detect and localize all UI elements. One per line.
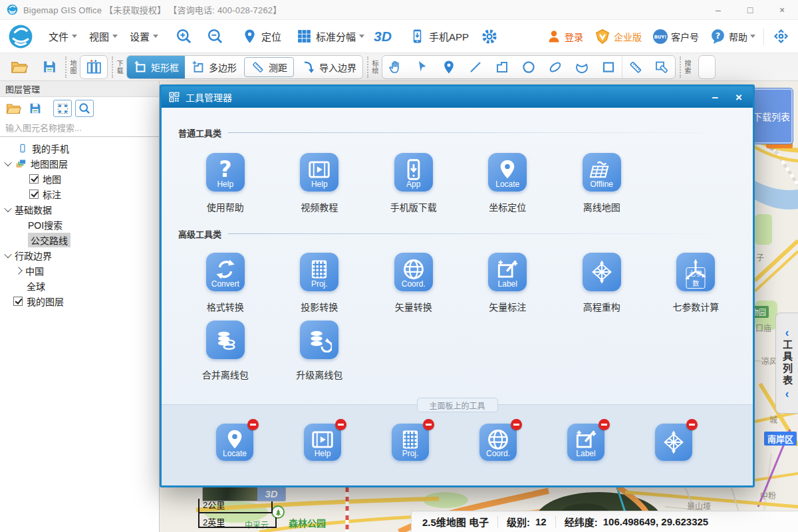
- chevron-down-icon[interactable]: [4, 250, 11, 257]
- tool-video-tutorial[interactable]: Help 视频教程: [273, 153, 367, 213]
- tool-coordinate-locate[interactable]: Locate 坐标定位: [461, 153, 555, 213]
- draw-polygon-button[interactable]: [489, 56, 515, 78]
- tree-item-bus-routes[interactable]: 公交路线: [0, 232, 159, 247]
- vector-label-tile[interactable]: Label: [488, 253, 527, 291]
- panel-coord-tile[interactable]: Coord.: [479, 424, 517, 461]
- chevron-down-icon[interactable]: [4, 158, 11, 166]
- menu-file[interactable]: 文件: [43, 25, 83, 48]
- video-tutorial-tile[interactable]: Help: [300, 153, 338, 192]
- menu-view[interactable]: 视图: [83, 25, 124, 48]
- vector-convert-tile[interactable]: Coord.: [394, 253, 433, 291]
- dialog-close-button[interactable]: ×: [735, 92, 742, 103]
- draw-circle-button[interactable]: [515, 56, 542, 78]
- draw-line-button[interactable]: [462, 56, 489, 78]
- tree-item-my-layers[interactable]: 我的图层: [0, 293, 159, 309]
- panel-tool-coord[interactable]: Coord.: [454, 424, 542, 461]
- panel-tool-label[interactable]: Label: [542, 424, 630, 461]
- help-label[interactable]: 帮助: [729, 30, 747, 43]
- tool-upgrade-offline[interactable]: 升级离线包: [273, 321, 367, 381]
- menu-settings[interactable]: 设置: [124, 25, 164, 48]
- tree-item-admin-boundary[interactable]: 行政边界: [0, 247, 159, 263]
- rect-frame-button[interactable]: 矩形框: [127, 56, 185, 78]
- draw-arc-button[interactable]: [569, 56, 595, 78]
- panel-label-tile[interactable]: Label: [567, 424, 604, 461]
- tool-offline-map[interactable]: Offline 离线地图: [555, 153, 649, 213]
- mobile-app-label[interactable]: 手机APP: [429, 29, 469, 43]
- layer-save-button[interactable]: [26, 100, 45, 117]
- map-panels-button[interactable]: [80, 56, 107, 78]
- panel-tool-locate[interactable]: Locate: [191, 424, 279, 461]
- tool-merge-offline[interactable]: 合并离线包: [178, 321, 273, 381]
- chevron-down-icon[interactable]: [4, 204, 11, 211]
- zoom-out-button[interactable]: [206, 27, 224, 45]
- standard-frame-label[interactable]: 标准分幅: [316, 29, 356, 43]
- login-label[interactable]: 登录: [565, 30, 583, 43]
- zoom-in-button[interactable]: [175, 27, 193, 45]
- locate-label[interactable]: 定位: [261, 29, 281, 43]
- checkbox-checked[interactable]: [29, 190, 39, 199]
- tool-list-tab[interactable]: ‹ 工具列表 ‹: [775, 313, 798, 414]
- tool-mobile-download[interactable]: App 手机版下载: [366, 153, 461, 213]
- measure-distance-button[interactable]: [622, 56, 648, 78]
- panel-locate-tile[interactable]: Locate: [216, 424, 253, 461]
- remove-minus-badge[interactable]: [335, 419, 346, 430]
- window-maximize-button[interactable]: □: [734, 0, 766, 19]
- tree-item-poi-search[interactable]: POI搜索: [0, 217, 159, 232]
- help-button[interactable]: [710, 28, 726, 45]
- panel-tool-mesh[interactable]: [630, 424, 718, 461]
- offline-map-tile[interactable]: Offline: [583, 153, 621, 192]
- measure-button[interactable]: 测距: [244, 57, 294, 77]
- remove-minus-badge[interactable]: [511, 419, 522, 430]
- dialog-titlebar[interactable]: 工具管理器 – ×: [162, 86, 753, 108]
- enterprise-button[interactable]: [594, 28, 611, 45]
- element-search-input[interactable]: [0, 120, 159, 137]
- layer-search-button[interactable]: [75, 100, 94, 117]
- customer-id-label[interactable]: 客户号: [671, 30, 699, 43]
- projection-convert-tile[interactable]: Proj.: [300, 253, 338, 291]
- layer-open-button[interactable]: [4, 100, 23, 117]
- elevation-rebuild-tile[interactable]: [583, 253, 621, 291]
- tree-item-map[interactable]: 地图: [0, 171, 159, 186]
- checkbox-checked[interactable]: [13, 297, 23, 306]
- tree-item-global[interactable]: 全球: [0, 278, 159, 293]
- locate-button[interactable]: [241, 28, 258, 45]
- save-button[interactable]: [37, 56, 61, 78]
- panel-tool-video-help[interactable]: Help: [279, 424, 366, 461]
- remove-minus-badge[interactable]: [423, 419, 434, 430]
- tool-projection-convert[interactable]: Proj. 投影转换: [273, 253, 367, 313]
- format-convert-tile[interactable]: Convert: [206, 253, 245, 291]
- window-minimize-button[interactable]: –: [702, 0, 734, 19]
- import-boundary-button[interactable]: 导入边界: [295, 56, 362, 78]
- panel-proj-tile[interactable]: Proj.: [392, 424, 429, 461]
- merge-offline-tile[interactable]: [206, 321, 245, 359]
- chevron-right-icon[interactable]: [15, 267, 22, 274]
- enterprise-label[interactable]: 企业版: [614, 30, 642, 43]
- tree-item-china[interactable]: 中国: [0, 263, 159, 278]
- select-elements-button[interactable]: [53, 100, 72, 117]
- standard-frame-button[interactable]: [296, 28, 313, 45]
- usage-help-tile[interactable]: Help: [206, 153, 245, 192]
- tool-seven-param-calc[interactable]: 七参数 七参数计算: [649, 253, 743, 313]
- tool-format-convert[interactable]: Convert 格式转换: [178, 253, 273, 313]
- draw-ellipse-button[interactable]: [542, 56, 569, 78]
- upgrade-offline-tile[interactable]: [300, 321, 338, 359]
- search-group-partial[interactable]: [698, 55, 716, 79]
- remove-minus-badge[interactable]: [686, 419, 698, 430]
- view-3d-button[interactable]: 3D: [374, 29, 392, 45]
- window-close-button[interactable]: ×: [766, 0, 798, 19]
- tree-item-map-layers[interactable]: 地图图层: [0, 156, 159, 171]
- tool-usage-help[interactable]: Help 使用帮助: [178, 153, 273, 213]
- remove-minus-badge[interactable]: [598, 419, 610, 430]
- settings-gear-button[interactable]: [481, 28, 498, 45]
- mobile-app-button[interactable]: [409, 28, 426, 45]
- draw-point-button[interactable]: [436, 56, 462, 78]
- dialog-minimize-button[interactable]: –: [712, 92, 718, 103]
- coordinate-locate-tile[interactable]: Locate: [488, 153, 527, 192]
- checkbox-checked[interactable]: [29, 174, 39, 184]
- panel-video-tile[interactable]: Help: [304, 424, 341, 461]
- polygon-button[interactable]: 多边形: [185, 56, 243, 78]
- login-button[interactable]: [546, 29, 562, 45]
- measure-area-button[interactable]: [648, 56, 675, 78]
- draw-rectangle-button[interactable]: [595, 56, 622, 78]
- tree-item-base-data[interactable]: 基础数据: [0, 201, 159, 217]
